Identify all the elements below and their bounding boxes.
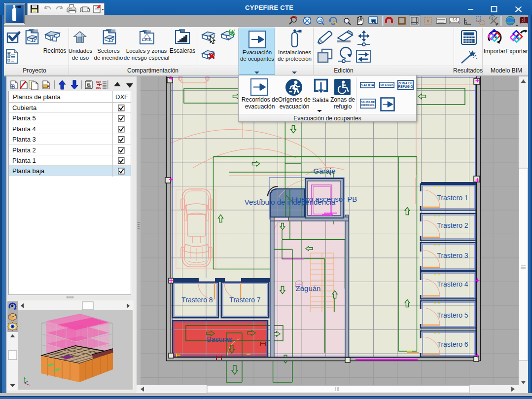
svg-text:Trastero 2: Trastero 2: [437, 221, 468, 229]
svg-text:4.4: 4.4: [452, 18, 457, 21]
svg-text:ZONA DE: ZONA DE: [398, 81, 413, 85]
svg-text:SALIDA: SALIDA: [361, 83, 374, 87]
svg-text:EMERGENCIA: EMERGENCIA: [361, 104, 375, 107]
svg-text:DWG: DWG: [87, 85, 91, 88]
svg-text:REFUGIO: REFUGIO: [398, 85, 413, 88]
svg-text:Trastero 5: Trastero 5: [437, 311, 468, 319]
svg-text:DXF: DXF: [96, 81, 101, 84]
svg-text:Trastero 7: Trastero 7: [229, 296, 260, 304]
svg-text:Garaje: Garaje: [313, 167, 335, 175]
svg-text:Trastero 8: Trastero 8: [181, 296, 213, 304]
svg-text:Trastero 1: Trastero 1: [437, 194, 468, 202]
svg-text:Trastero 3: Trastero 3: [437, 252, 468, 259]
svg-text:Vestíbulo de independencia: Vestíbulo de independencia: [245, 198, 336, 206]
svg-text:L.R.E.: L.R.E.: [142, 38, 152, 41]
svg-text:Trastero 4: Trastero 4: [437, 280, 468, 288]
svg-text:SALIDA DE: SALIDA DE: [361, 101, 375, 104]
svg-text:x2: x2: [318, 19, 322, 22]
svg-text:SIN SALIDA: SIN SALIDA: [381, 83, 393, 86]
svg-text:Basuras: Basuras: [207, 335, 232, 343]
svg-text:DWG: DWG: [96, 86, 102, 90]
svg-text:Trastero 6: Trastero 6: [437, 340, 468, 348]
svg-text:Zaguán: Zaguán: [296, 284, 321, 292]
